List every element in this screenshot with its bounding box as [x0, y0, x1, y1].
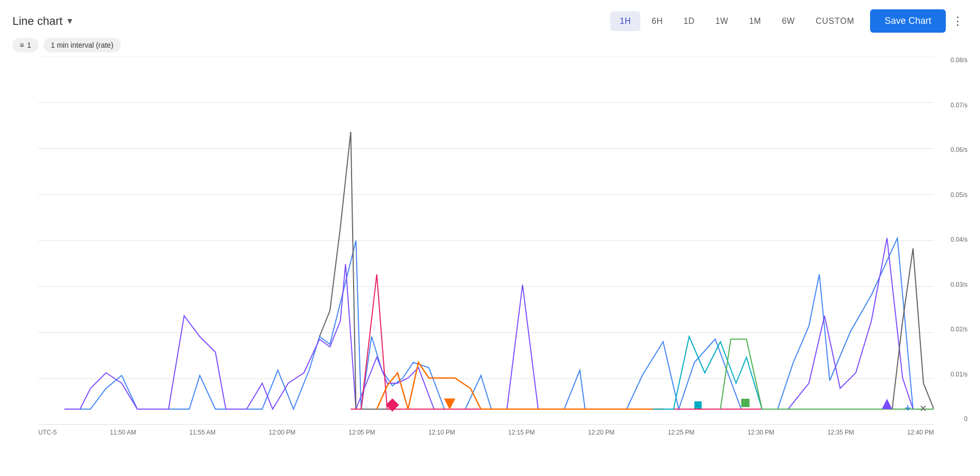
svg-marker-11	[444, 399, 455, 409]
chart-type-dropdown-icon[interactable]: ▼	[66, 17, 74, 26]
time-btn-6w[interactable]: 6W	[773, 11, 804, 31]
header: Line chart ▼ 1H 6H 1D 1W 1M 6W CUSTOM Sa…	[0, 0, 980, 38]
time-btn-custom[interactable]: CUSTOM	[806, 11, 864, 31]
more-options-button[interactable]: ⋮	[948, 11, 968, 31]
chart-svg: + ✕	[38, 57, 934, 425]
save-chart-button[interactable]: Save Chart	[870, 9, 946, 33]
y-label-0: 0	[964, 415, 968, 423]
filter-icon: ≡	[20, 41, 24, 49]
svg-marker-14	[882, 399, 892, 409]
x-label-1155: 11:55 AM	[189, 429, 216, 436]
chart-area: 0.08/s 0.07/s 0.06/s 0.05/s 0.04/s 0.03/…	[12, 57, 968, 451]
svg-rect-13	[694, 401, 702, 409]
y-axis: 0.08/s 0.07/s 0.06/s 0.05/s 0.04/s 0.03/…	[936, 57, 968, 425]
y-label-6: 0.06/s	[950, 146, 968, 153]
subheader: ≡ 1 1 min interval (rate)	[0, 38, 980, 57]
time-btn-1d[interactable]: 1D	[674, 11, 704, 31]
y-label-1: 0.01/s	[950, 371, 968, 378]
y-label-3: 0.03/s	[950, 281, 968, 288]
y-label-4: 0.04/s	[950, 236, 968, 243]
time-btn-1w[interactable]: 1W	[706, 11, 738, 31]
filter-button[interactable]: ≡ 1	[12, 38, 38, 52]
x-axis: UTC-5 11:50 AM 11:55 AM 12:00 PM 12:05 P…	[38, 425, 934, 451]
x-label-1230: 12:30 PM	[748, 429, 774, 436]
y-label-7: 0.07/s	[950, 102, 968, 109]
svg-rect-12	[741, 399, 749, 407]
x-label-1225: 12:25 PM	[668, 429, 694, 436]
chart-title-text: Line chart	[12, 15, 63, 28]
time-btn-1m[interactable]: 1M	[740, 11, 771, 31]
svg-text:+: +	[904, 401, 911, 414]
x-label-1150: 11:50 AM	[110, 429, 136, 436]
chart-container: 0.08/s 0.07/s 0.06/s 0.05/s 0.04/s 0.03/…	[12, 57, 968, 451]
y-label-5: 0.05/s	[950, 191, 968, 199]
time-btn-6h[interactable]: 6H	[642, 11, 672, 31]
x-label-1205: 12:05 PM	[348, 429, 375, 436]
time-controls: 1H 6H 1D 1W 1M 6W CUSTOM Save Chart ⋮	[610, 9, 968, 33]
x-label-1220: 12:20 PM	[588, 429, 614, 436]
x-label-1240: 12:40 PM	[907, 429, 934, 436]
x-label-1215: 12:15 PM	[508, 429, 535, 436]
filter-count: 1	[27, 41, 31, 49]
y-label-2: 0.02/s	[950, 326, 968, 333]
x-label-1235: 12:35 PM	[828, 429, 854, 436]
time-btn-1h[interactable]: 1H	[610, 11, 640, 31]
svg-text:✕: ✕	[919, 403, 927, 414]
x-label-1210: 12:10 PM	[428, 429, 455, 436]
x-label-1200: 12:00 PM	[269, 429, 295, 436]
interval-button[interactable]: 1 min interval (rate)	[44, 38, 121, 52]
y-label-8: 0.08/s	[950, 57, 968, 64]
chart-title: Line chart ▼	[12, 15, 604, 28]
x-label-utc: UTC-5	[38, 429, 57, 436]
